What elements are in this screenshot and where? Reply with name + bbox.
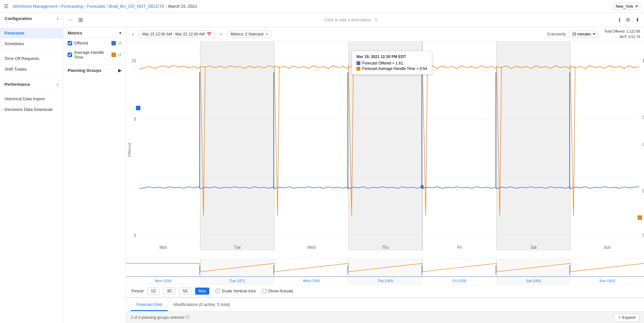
metrics-header: Metrics ▾ (63, 27, 126, 38)
svg-rect-6 (497, 41, 570, 251)
settings-button[interactable]: ⚙ (624, 15, 631, 24)
right-axis-indicator (638, 215, 642, 220)
date-range-button[interactable]: Mar 15 12:00 AM - Mar 22 12:00 AM 📅 (139, 30, 215, 38)
metric-row-aht: Average Handle Time ↺ (63, 48, 126, 62)
topbar-right: New_York UTC EST (613, 3, 640, 10)
bottom-tabs: Forecast Grid Modifications (0 active, 5… (126, 297, 644, 311)
expand-button[interactable]: ⇧ Expand (614, 314, 639, 321)
planning-groups-header[interactable]: Planning Groups ▶ (63, 64, 126, 75)
metrics-dropdown-btn[interactable]: ▾ (119, 30, 121, 35)
sidebar-item-shifttrades[interactable]: Shift Trades (0, 64, 63, 74)
svg-text:Thu (165): Thu (165) (378, 279, 393, 283)
period-5d-btn[interactable]: 5D (179, 288, 191, 295)
breadcrumb-date: March 15, 2021 (168, 4, 197, 9)
breadcrumb: Workforce Management / Forecasting / For… (13, 4, 610, 9)
sidebar-divider-3 (0, 76, 63, 77)
period-controls: Period 1D 3D 5D Max Scale Vertical Axis … (126, 284, 644, 297)
svg-text:Wed (159): Wed (159) (303, 279, 320, 283)
sidebar-item-schedules[interactable]: Schedules (0, 38, 63, 49)
sidebar-divider-4 (0, 91, 63, 92)
offered-color (111, 41, 116, 45)
main-layout: Configuration › Forecasts Schedules Time… (0, 13, 644, 323)
granularity-select[interactable]: 15 minutes 30 minutes 1 hour (569, 31, 598, 38)
breadcrumb-workforce[interactable]: Workforce Management (13, 4, 58, 9)
svg-text:Thu: Thu (382, 245, 389, 250)
chart-main[interactable]: Mar 19, 2021 12:30 PM EDT Forecast Offer… (126, 41, 644, 259)
sidebar-item-timeoff[interactable]: Time Off Requests (0, 53, 63, 64)
period-3d-btn[interactable]: 3D (163, 288, 175, 295)
content: ··· ⊞ Click to add a description ✎ ℹ ⚙ ⬇… (63, 13, 644, 323)
svg-text:Wed: Wed (308, 245, 316, 250)
bottom-status-bar: 2 of 4 planning groups selected ⓘ ⇧ Expa… (126, 311, 644, 323)
scale-vertical-axis-row: Scale Vertical Axis (216, 289, 256, 293)
period-max-btn[interactable]: Max (195, 288, 210, 295)
svg-text:Fri (159): Fri (159) (453, 279, 466, 283)
metrics-badge-close[interactable]: ✕ (265, 32, 269, 36)
chevron-right-icon-perf: › (57, 82, 58, 87)
left-axis-indicator (136, 106, 140, 110)
svg-rect-7 (570, 41, 644, 251)
prev-date-btn[interactable]: ‹ (130, 31, 136, 38)
sidebar-item-decisions[interactable]: Decisions Data Download (0, 104, 63, 115)
svg-text:Tue (157): Tue (157) (230, 279, 245, 283)
svg-text:1.00: 1.00 (642, 58, 644, 63)
svg-text:Sun (163): Sun (163) (599, 279, 615, 283)
svg-rect-4 (348, 41, 422, 251)
show-actuals-checkbox[interactable] (262, 289, 267, 293)
period-1d-btn[interactable]: 1D (147, 288, 159, 295)
tab-forecast-grid[interactable]: Forecast Grid (131, 299, 168, 311)
sidebar-item-forecasts[interactable]: Forecasts (0, 28, 63, 38)
svg-text:Sat: Sat (531, 245, 537, 250)
svg-text:Tue: Tue (234, 245, 241, 250)
svg-rect-1 (126, 41, 200, 251)
chart-wrapper: Metrics ▾ Offered ↺ Average Handle Time … (63, 27, 644, 323)
grid-button[interactable]: ⊞ (76, 15, 85, 25)
sidebar-performance-header[interactable]: Performance › (0, 79, 63, 89)
chart-controls: ‹ Mar 15 12:00 AM - Mar 22 12:00 AM 📅 › … (126, 27, 644, 41)
menu-icon[interactable]: ☰ (4, 3, 8, 9)
toolbar: ··· ⊞ Click to add a description ✎ ℹ ⚙ ⬇ (63, 13, 644, 27)
sidebar-configuration-header[interactable]: Configuration › (0, 13, 63, 24)
svg-text:0.00: 0.00 (642, 233, 644, 238)
aht-checkbox[interactable] (68, 53, 72, 57)
sidebar: Configuration › Forecasts Schedules Time… (0, 13, 63, 323)
svg-text:0.15: 0.15 (642, 188, 644, 193)
planning-groups-arrow-icon: ▶ (118, 68, 121, 73)
metrics-panel: Metrics ▾ Offered ↺ Average Handle Time … (63, 27, 126, 323)
svg-text:0.45: 0.45 (642, 115, 644, 120)
metric-row-offered: Offered ↺ (63, 38, 126, 48)
offered-checkbox[interactable] (68, 41, 72, 45)
aht-reset-btn[interactable]: ↺ (118, 53, 121, 57)
breadcrumb-bu[interactable]: Brad_BU_DO_NOT_DELETE (109, 4, 164, 9)
show-actuals-row: Show Actuals (262, 289, 293, 293)
tab-modifications[interactable]: Modifications (0 active, 5 total) (168, 299, 236, 311)
chart-mini: Mon (159) Tue (157) Wed (159) Thu (165) … (126, 259, 644, 284)
dots-button[interactable]: ··· (66, 16, 74, 24)
svg-text:Mon: Mon (159, 245, 167, 250)
next-date-btn[interactable]: › (218, 31, 224, 38)
metrics-badge[interactable]: Metrics: 2 Selected ✕ (227, 31, 272, 38)
offered-reset-btn[interactable]: ↺ (118, 41, 121, 45)
svg-text:5: 5 (134, 116, 136, 122)
aht-color (111, 53, 116, 57)
chevron-right-icon: › (57, 16, 58, 21)
breadcrumb-forecasts[interactable]: Forecasts (87, 4, 105, 9)
toolbar-description[interactable]: Click to add a description ✎ (87, 17, 615, 22)
download-button[interactable]: ⬇ (634, 15, 641, 24)
mini-chart-svg: Mon (159) Tue (157) Wed (159) Thu (165) … (126, 259, 644, 284)
main-chart-svg: 10 5 0 1.00 0.45 0.30 0.15 0.00 (126, 41, 644, 259)
timezone-select[interactable]: New_York UTC EST (613, 3, 640, 10)
svg-text:0.30: 0.30 (642, 142, 644, 147)
svg-rect-3 (274, 41, 348, 251)
status-info-icon[interactable]: ⓘ (186, 315, 190, 320)
sidebar-divider-2 (0, 51, 63, 51)
breadcrumb-forecasting[interactable]: Forecasting (61, 4, 83, 9)
svg-rect-2 (200, 41, 274, 251)
scale-vertical-axis-checkbox[interactable] (216, 289, 220, 293)
svg-text:Fri: Fri (457, 245, 462, 250)
svg-text:Mon (159): Mon (159) (155, 279, 172, 283)
info-button[interactable]: ℹ (617, 15, 622, 24)
sidebar-item-historical[interactable]: Historical Data Import (0, 93, 63, 104)
edit-icon: ✎ (374, 17, 378, 22)
chart-section: ‹ Mar 15 12:00 AM - Mar 22 12:00 AM 📅 › … (126, 27, 644, 323)
